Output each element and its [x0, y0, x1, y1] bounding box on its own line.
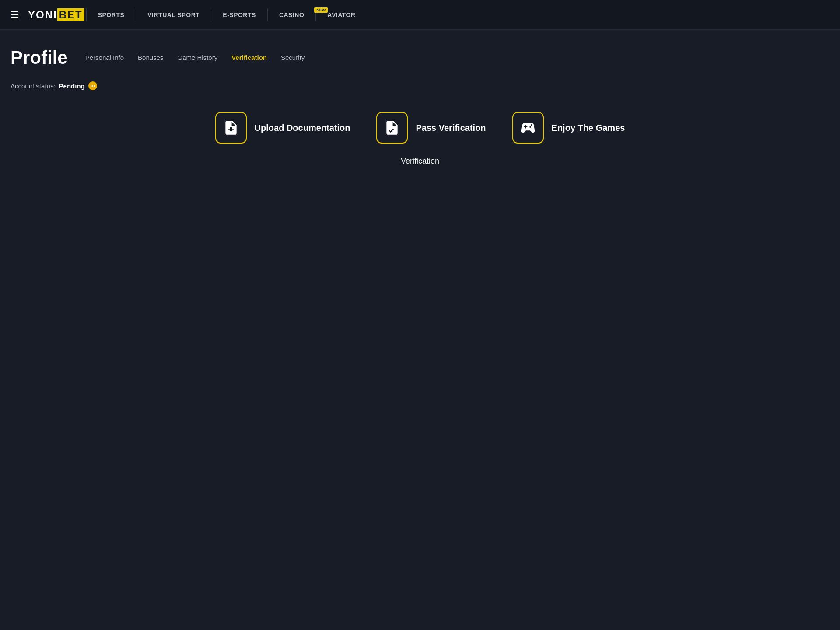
- profile-nav-game-history[interactable]: Game History: [177, 54, 217, 61]
- steps-container: Upload Documentation Pass Verification E…: [10, 112, 830, 144]
- nav-link-virtual-sport[interactable]: VIRTUAL SPORT: [138, 11, 209, 18]
- page-title: Profile: [10, 47, 68, 68]
- check-doc-icon-box: [376, 112, 408, 144]
- nav-item-aviator: AVIATOR NEW: [318, 11, 365, 18]
- nav-divider-4: [267, 8, 268, 21]
- check-doc-icon: [384, 119, 400, 136]
- profile-nav-personal-info[interactable]: Personal Info: [85, 54, 124, 61]
- nav-link-e-sports[interactable]: E-SPORTS: [213, 11, 266, 18]
- nav-link-sports[interactable]: SPORTS: [88, 11, 134, 18]
- profile-nav-bonuses[interactable]: Bonuses: [138, 54, 163, 61]
- nav-divider-3: [211, 8, 211, 21]
- profile-section: Profile Personal Info Bonuses Game Histo…: [0, 30, 840, 175]
- hamburger-menu-icon[interactable]: ☰: [10, 9, 19, 21]
- nav-divider-2: [136, 8, 136, 21]
- nav-item-sports: SPORTS: [88, 11, 134, 18]
- upload-doc-icon-box: [215, 112, 247, 144]
- logo-bet: BET: [57, 8, 84, 21]
- enjoy-games-label: Enjoy The Games: [552, 123, 625, 133]
- profile-nav-verification[interactable]: Verification: [231, 54, 267, 61]
- nav-item-e-sports: E-SPORTS: [213, 11, 266, 18]
- step-pass-verification: Pass Verification: [376, 112, 486, 144]
- logo-text: YONIBET: [28, 9, 84, 21]
- step-enjoy-games: Enjoy The Games: [512, 112, 625, 144]
- account-status: Account status: Pending •••: [10, 81, 830, 90]
- nav-item-casino: CASINO: [270, 11, 314, 18]
- nav-link-casino[interactable]: CASINO: [270, 11, 314, 18]
- nav-links: SPORTS VIRTUAL SPORT E-SPORTS CASINO AVI…: [88, 8, 365, 21]
- gamepad-icon-box: [512, 112, 544, 144]
- account-status-label: Account status:: [10, 82, 56, 90]
- navbar: ☰ YONIBET SPORTS VIRTUAL SPORT E-SPORTS …: [0, 0, 840, 30]
- status-pending-icon: •••: [88, 81, 97, 90]
- profile-header: Profile Personal Info Bonuses Game Histo…: [10, 47, 830, 68]
- profile-nav-security[interactable]: Security: [281, 54, 304, 61]
- nav-item-virtual-sport: VIRTUAL SPORT: [138, 11, 209, 18]
- logo-yoni: YONI: [28, 9, 57, 21]
- step-upload-docs: Upload Documentation: [215, 112, 350, 144]
- aviator-new-badge: NEW: [314, 7, 328, 13]
- upload-docs-label: Upload Documentation: [255, 123, 350, 133]
- upload-doc-icon: [223, 119, 239, 136]
- verification-section-title: Verification: [10, 157, 830, 166]
- account-status-value: Pending: [59, 82, 85, 90]
- nav-divider-1: [86, 8, 87, 21]
- profile-nav: Personal Info Bonuses Game History Verif…: [85, 54, 305, 62]
- logo[interactable]: YONIBET: [28, 9, 84, 21]
- pass-verification-label: Pass Verification: [416, 123, 486, 133]
- verification-title-text: Verification: [401, 157, 439, 165]
- gamepad-icon: [520, 119, 536, 136]
